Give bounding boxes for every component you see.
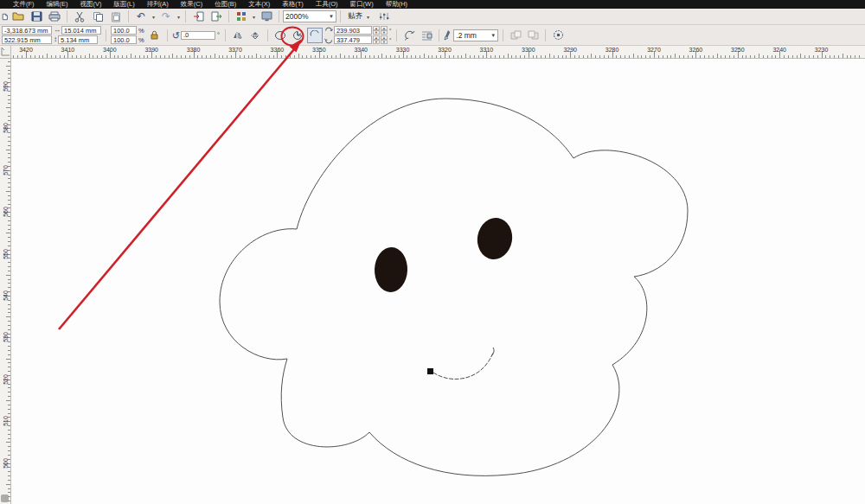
- ruler-tick: [285, 55, 286, 58]
- position-y-field[interactable]: 522.915 mm: [2, 35, 52, 44]
- ruler-label: 3310: [480, 47, 494, 53]
- mirror-vertical-button[interactable]: [247, 28, 263, 43]
- ruler-tick: [8, 141, 10, 142]
- import-button[interactable]: [189, 10, 207, 24]
- launcher-dropdown[interactable]: ▾: [251, 14, 257, 20]
- ruler-tick: [541, 55, 541, 58]
- ruler-tick: [645, 55, 646, 58]
- ruler-tick: [8, 405, 10, 405]
- ruler-tick: [587, 55, 588, 58]
- mirror-horizontal-button[interactable]: [230, 28, 246, 43]
- outline-width-combo[interactable]: .2 mm ▼: [453, 29, 498, 41]
- ruler-label: 500: [3, 457, 9, 469]
- snap-to-button[interactable]: 贴齐 ▾: [344, 10, 375, 23]
- menu-item[interactable]: 文本(X): [242, 0, 276, 9]
- spinner-down-icon[interactable]: ▾: [373, 30, 380, 35]
- menu-item[interactable]: 文件(F): [7, 0, 41, 9]
- ruler-origin-corner[interactable]: [0, 46, 11, 59]
- ruler-tick: [667, 55, 668, 58]
- toolbar-separator: [67, 10, 67, 22]
- menu-item[interactable]: 效果(C): [175, 0, 208, 9]
- ruler-tick: [8, 329, 10, 330]
- change-direction-button[interactable]: [401, 28, 417, 43]
- degree-label: °: [216, 31, 221, 39]
- ruler-tick: [8, 95, 10, 96]
- menu-item[interactable]: 位图(B): [208, 0, 242, 9]
- application-launcher-button[interactable]: [233, 10, 250, 24]
- menu-item[interactable]: 排列(A): [141, 0, 175, 9]
- export-button[interactable]: [208, 10, 225, 24]
- ruler-tick: [13, 55, 14, 58]
- ruler-tick: [160, 55, 161, 58]
- drawing-canvas[interactable]: [11, 59, 865, 504]
- convert-to-curves-button[interactable]: [550, 28, 566, 43]
- to-front-button[interactable]: [508, 28, 523, 43]
- object-position-group: -3,318.673 mm 522.915 mm: [2, 26, 52, 44]
- lock-ratio-button[interactable]: [147, 28, 163, 43]
- welcome-screen-button[interactable]: [258, 10, 275, 24]
- ruler-tick: [453, 55, 454, 58]
- end-angle-field[interactable]: 337.479: [334, 35, 372, 44]
- ruler-tick: [131, 54, 131, 58]
- zoom-level-combo[interactable]: 2000% ▼: [283, 10, 336, 22]
- redo-dropdown[interactable]: ▾: [176, 14, 182, 20]
- ruler-tick: [378, 55, 379, 58]
- to-back-button[interactable]: [525, 28, 541, 43]
- outline-pen-icon: [444, 29, 452, 41]
- ruler-tick: [817, 55, 818, 58]
- ruler-tick: [804, 55, 805, 58]
- ruler-tick: [428, 55, 429, 58]
- start-angle-field[interactable]: 239.903: [334, 26, 372, 35]
- menu-item[interactable]: 窗口(W): [344, 0, 380, 9]
- menu-item[interactable]: 编辑(E): [41, 0, 74, 9]
- spinner-down-icon[interactable]: ▾: [381, 30, 388, 35]
- ruler-tick: [629, 55, 630, 58]
- ruler-tick: [708, 55, 709, 58]
- ruler-tick: [356, 55, 357, 58]
- undo-button[interactable]: ↶: [132, 10, 150, 24]
- copy-button[interactable]: [89, 10, 106, 24]
- end-angle-spinner[interactable]: ▴▾: [373, 35, 380, 44]
- open-button[interactable]: [10, 10, 27, 24]
- size-width-field[interactable]: 15.014 mm: [61, 26, 101, 35]
- print-button[interactable]: [46, 10, 63, 24]
- scale-y-field[interactable]: 100.0: [111, 35, 137, 44]
- pie-button[interactable]: [290, 28, 305, 43]
- rotation-angle-field[interactable]: .0: [181, 31, 215, 40]
- menu-item[interactable]: 表格(T): [276, 0, 310, 9]
- position-x-field[interactable]: -3,318.673 mm: [2, 26, 52, 35]
- spinner-down-icon[interactable]: ▾: [373, 40, 380, 44]
- options-button[interactable]: [375, 10, 393, 24]
- object-size-group: ↔15.014 mm ↕5.134 mm: [54, 26, 101, 44]
- ruler-tick: [8, 70, 10, 71]
- start-angle-spinner[interactable]: ▴▾: [373, 26, 380, 35]
- ruler-tick: [729, 55, 730, 58]
- undo-dropdown[interactable]: ▾: [151, 14, 157, 20]
- start-angle-fine-spinner[interactable]: ▴▾: [381, 26, 388, 35]
- vertical-ruler[interactable]: 590580570560550540530520510500: [0, 59, 11, 504]
- save-button[interactable]: [28, 10, 45, 24]
- arc-button[interactable]: [307, 28, 323, 43]
- ruler-tick: [327, 55, 328, 58]
- ruler-tick: [93, 55, 93, 58]
- redo-button[interactable]: ↷: [157, 10, 175, 24]
- scale-x-field[interactable]: 100.0: [111, 26, 137, 35]
- spinner-down-icon[interactable]: ▾: [381, 40, 388, 44]
- horizontal-ruler[interactable]: 3420341034003390338033703360335033403330…: [11, 46, 865, 59]
- size-height-field[interactable]: 5.134 mm: [58, 35, 98, 44]
- ruler-tick: [700, 55, 701, 58]
- ruler-tick: [331, 55, 332, 58]
- menu-item[interactable]: 工具(O): [310, 0, 344, 9]
- menu-item[interactable]: 版面(L): [108, 0, 141, 9]
- menu-item[interactable]: 帮助(H): [380, 0, 413, 9]
- paste-button[interactable]: [107, 10, 125, 24]
- cut-button[interactable]: [71, 10, 88, 24]
- ellipse-button[interactable]: [272, 28, 288, 43]
- ruler-tick: [302, 55, 303, 58]
- end-angle-fine-spinner[interactable]: ▴▾: [381, 35, 388, 44]
- wrap-text-settings-button[interactable]: [419, 28, 434, 43]
- menu-item[interactable]: 视图(V): [74, 0, 108, 9]
- new-document-button[interactable]: [1, 10, 9, 24]
- ruler-tick: [800, 54, 801, 58]
- ruler-tick: [8, 145, 10, 146]
